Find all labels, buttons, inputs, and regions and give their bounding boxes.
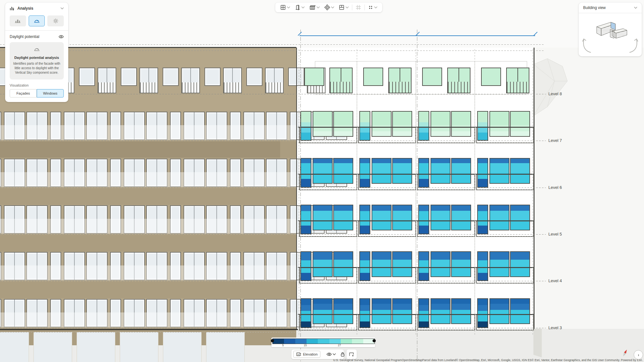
- level-label: Level 7: [548, 138, 562, 143]
- daylight-balcony-door[interactable]: [388, 68, 412, 93]
- elevation-canvas[interactable]: Level 8Level 7Level 6Level 5Level 4Level…: [0, 0, 644, 362]
- marquee-select-icon[interactable]: [347, 349, 357, 359]
- lock-button[interactable]: [338, 349, 347, 359]
- balcony-railing: [224, 82, 241, 93]
- facade-balcony-door[interactable]: [98, 68, 116, 93]
- facade-window-square[interactable]: [204, 68, 221, 86]
- toolbar-facade-icon[interactable]: [307, 3, 322, 12]
- grid-dash-vertical: [357, 48, 357, 335]
- floor-dash-line: [0, 328, 546, 328]
- elevation-view-label: Elevation: [303, 352, 317, 356]
- storefront-glazing-panel[interactable]: [77, 332, 115, 362]
- floor-dash-line: [0, 141, 546, 141]
- modeling-toolbar: [275, 3, 382, 12]
- legend-tick: 5: [282, 344, 284, 347]
- ground-slab-line: [0, 329, 298, 330]
- daylight-dome-icon: [34, 47, 40, 51]
- balcony-glass-band: [0, 265, 296, 280]
- balcony-railing: [140, 82, 157, 93]
- visualization-label: Visualization: [5, 83, 68, 89]
- balcony-railing: [182, 82, 199, 93]
- ground-dash: [0, 332, 296, 332]
- balcony-glass-band: [0, 172, 296, 187]
- facade-balcony-door[interactable]: [181, 68, 200, 93]
- dimension-line[interactable]: [299, 35, 535, 36]
- compass-icon[interactable]: [621, 349, 629, 357]
- section-centerline: [300, 30, 301, 362]
- daylight-card-body: Identifies parts of the facade with litt…: [13, 61, 61, 75]
- facade-balcony-door[interactable]: [223, 68, 242, 93]
- roof-dash-line-upper: [0, 44, 544, 45]
- rotate-left-arrow-icon[interactable]: [581, 38, 593, 53]
- daylight-window[interactable]: [422, 68, 442, 86]
- toolbar-grid-icon[interactable]: [353, 3, 364, 12]
- daylight-window[interactable]: [363, 68, 383, 86]
- daylight-potential-title: Daylight potential: [10, 34, 59, 39]
- daylight-balcony-door[interactable]: [329, 68, 353, 93]
- storefront-glazing-panel[interactable]: [206, 332, 245, 362]
- analysis-tool-sun[interactable]: [47, 15, 64, 26]
- toolbar-door-icon[interactable]: [292, 3, 307, 12]
- visualization-option-windows[interactable]: Windows: [37, 89, 64, 97]
- floor-dash-line: [0, 94, 546, 94]
- grid-dash-vertical: [416, 48, 416, 335]
- daylight-balcony-door[interactable]: [506, 68, 529, 93]
- info-button[interactable]: [634, 350, 643, 359]
- roof-dash-line: [0, 51, 544, 51]
- analysis-tool-massing[interactable]: [10, 15, 26, 26]
- daylight-window[interactable]: [481, 68, 501, 86]
- svg-text:a: a: [298, 353, 299, 356]
- visualization-option-faades[interactable]: Façades: [10, 89, 37, 97]
- select-region-toolbar: [346, 349, 357, 359]
- legend-tick: 15: [304, 344, 307, 347]
- facade-window-square[interactable]: [79, 68, 95, 86]
- rotate-right-arrow-icon[interactable]: [628, 38, 639, 53]
- map-attribution: U.S. Geological Survey, National Geospat…: [333, 358, 643, 362]
- storefront-glazing-panel[interactable]: [0, 332, 29, 362]
- elevation-icon: a: [296, 352, 301, 357]
- legend-min-handle[interactable]: [271, 339, 274, 342]
- eye-icon[interactable]: [59, 35, 64, 39]
- balcony-glass-band: [0, 312, 296, 327]
- daylight-info-card: Daylight potential analysis Identifies p…: [10, 42, 64, 79]
- analysis-tool-row: [5, 14, 68, 30]
- analysis-tool-daylight-dome[interactable]: [29, 15, 45, 26]
- facade-balcony-door[interactable]: [139, 68, 158, 93]
- level-label: Level 5: [548, 232, 562, 237]
- chevron-down-icon[interactable]: [61, 7, 64, 9]
- section-centerline: [417, 30, 417, 362]
- toolbar-pattern-icon[interactable]: [322, 3, 336, 12]
- facade-balcony-door[interactable]: [265, 68, 284, 93]
- level-label: Level 3: [548, 325, 562, 330]
- balcony-glass-band: [0, 125, 296, 140]
- level-label: Level 4: [548, 278, 562, 283]
- balcony-railing: [266, 82, 283, 93]
- facade-window-square[interactable]: [246, 68, 262, 86]
- elevation-view-button[interactable]: a Elevation: [293, 351, 320, 358]
- facade-window-square[interactable]: [121, 68, 137, 86]
- visibility-button[interactable]: [324, 349, 338, 359]
- grid-dash-vertical: [475, 48, 475, 335]
- facade-shadow-band: [0, 235, 296, 252]
- view-toolbar: a Elevation ft: [291, 349, 344, 359]
- legend-max-handle[interactable]: [373, 339, 376, 342]
- analysis-panel-title: Analysis: [17, 6, 58, 11]
- grid-dash-vertical: [533, 48, 533, 335]
- toolbar-apps-icon[interactable]: [366, 3, 380, 12]
- toolbar-window-grid-icon[interactable]: [278, 3, 292, 12]
- toolbar-room-icon[interactable]: [336, 3, 351, 12]
- storefront-glazing-panel[interactable]: [120, 332, 158, 362]
- daylight-balcony-door[interactable]: [447, 68, 470, 93]
- facade-window-square[interactable]: [163, 68, 179, 86]
- divider: [365, 5, 365, 10]
- level-label: Level 8: [548, 91, 562, 96]
- storefront-glazing-panel[interactable]: [163, 332, 202, 362]
- storefront-glazing-panel[interactable]: [33, 332, 72, 362]
- daylight-window[interactable]: [304, 68, 324, 86]
- building-view-title: Building view: [583, 5, 631, 10]
- legend-tick: 27: [338, 344, 341, 347]
- chevron-down-icon[interactable]: [634, 7, 637, 9]
- building-3d-thumbnail[interactable]: [591, 17, 630, 44]
- facade-shadow-band: [0, 282, 296, 298]
- facade-edge-left-of-analysis: [296, 48, 297, 329]
